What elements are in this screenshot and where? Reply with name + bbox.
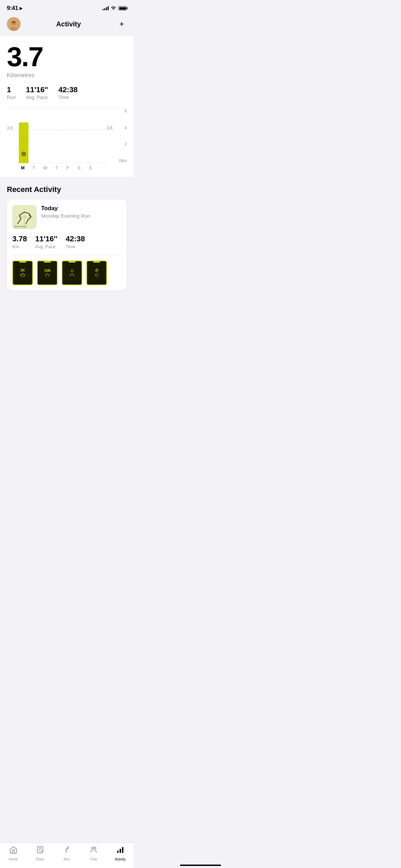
x-label-sun: S [85,165,95,170]
status-bar: 9:41 ▶ [0,0,134,14]
time-value: 42:38 [58,86,77,94]
chart-bar-saturday [85,109,95,163]
maps-label: Apple Maps [14,225,27,228]
chart-x-axis: M T W T F S S [7,163,127,170]
time-stat: 42:38 Time [58,86,77,100]
activity-map-thumbnail: Apple Maps [12,205,36,229]
chart-bar-friday [72,109,82,163]
main-content: 3.7 Kilometres 1 Run 11'16'' Avg. Pace 4… [0,36,134,177]
stats-row: 1 Run 11'16'' Avg. Pace 42:38 Time [7,86,127,100]
chart-bar-wednesday [45,109,55,163]
add-button[interactable]: + [117,19,127,29]
x-label-mon: M [18,165,27,170]
activity-chart: 6 4 2 0km 3.8 3.8 [7,108,127,177]
badge-1mi: 1MI [37,261,58,285]
x-label-thu: T [52,165,61,170]
avg-pace-value: 11'16'' [26,86,48,94]
card-pace-stat: 11'16'' Avg. Pace [35,234,58,249]
status-icons [102,5,127,11]
card-pace-value: 11'16'' [35,234,58,243]
activity-name: Monday Evening Run [41,213,121,219]
x-label-wed: W [40,165,50,170]
activity-info: Today Monday Evening Run [41,205,121,219]
chart-bar-tuesday [32,109,42,163]
card-time-label: Time [65,244,85,249]
distance-unit: Kilometres [7,72,127,79]
page-title: Activity [56,20,81,28]
avg-pace-label: Avg. Pace [26,95,48,100]
section-title: Recent Activity [7,185,127,194]
chart-y-axis: 6 4 2 0km [113,109,127,163]
wifi-icon [111,5,116,11]
badges-row: 1K 1MI ◇ [12,261,121,285]
badge-route: ◇ [62,261,82,285]
card-distance-stat: 3.78 Km [12,234,27,249]
card-time-stat: 42:38 Time [65,234,85,249]
runs-stat: 1 Run [7,86,16,100]
chart-bar-sunday [98,109,108,163]
card-pace-label: Avg. Pace [35,244,58,249]
recent-section: Recent Activity Apple Maps Today [0,177,134,298]
x-label-sat: S [74,165,84,170]
signal-strength [102,6,109,10]
activity-card[interactable]: Apple Maps Today Monday Evening Run 3.78… [7,200,127,291]
activity-stats: 3.78 Km 11'16'' Avg. Pace 42:38 Time [12,234,121,255]
status-time: 9:41 [7,5,18,12]
distance-value: 3.7 [7,43,127,71]
card-distance-value: 3.78 [12,234,27,243]
time-label: Time [58,95,77,100]
x-label-tue: T [29,165,39,170]
bar-dot [21,152,26,156]
x-label-fri: F [63,165,73,170]
avg-pace-stat: 11'16'' Avg. Pace [26,86,48,100]
chart-bar-thursday [59,109,68,163]
svg-point-7 [95,274,98,276]
battery-icon [118,6,127,10]
activity-date: Today [41,205,121,212]
chart-bar-monday [19,109,28,163]
badge-1k: 1K [12,261,33,285]
avatar[interactable] [7,17,21,31]
card-time-value: 42:38 [65,234,85,243]
dashed-label-left: 3.8 [7,125,13,130]
nav-header: Activity + [0,14,134,36]
card-distance-label: Km [12,244,27,249]
runs-value: 1 [7,86,16,94]
runs-label: Run [7,95,16,100]
location-icon: ▶ [20,6,23,11]
chart-bars [17,109,110,163]
badge-time: ⏱ [86,261,107,285]
activity-header: Apple Maps Today Monday Evening Run [12,205,121,229]
